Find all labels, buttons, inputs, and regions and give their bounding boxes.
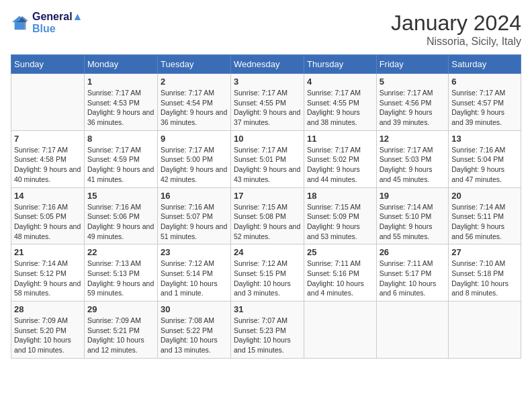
day-info: Sunrise: 7:11 AMSunset: 5:17 PMDaylight:… — [380, 259, 446, 298]
calendar-cell: 27Sunrise: 7:10 AMSunset: 5:18 PMDayligh… — [449, 244, 521, 302]
day-number: 7 — [14, 134, 81, 144]
calendar-cell: 11Sunrise: 7:17 AMSunset: 5:02 PMDayligh… — [304, 130, 377, 187]
day-info: Sunrise: 7:17 AMSunset: 5:01 PMDaylight:… — [234, 145, 301, 185]
day-number: 30 — [161, 304, 228, 314]
day-info: Sunrise: 7:15 AMSunset: 5:09 PMDaylight:… — [307, 202, 373, 242]
calendar-cell: 3Sunrise: 7:17 AMSunset: 4:55 PMDaylight… — [231, 74, 304, 131]
day-info: Sunrise: 7:16 AMSunset: 5:05 PMDaylight:… — [14, 202, 81, 242]
day-info: Sunrise: 7:17 AMSunset: 4:54 PMDaylight:… — [161, 88, 228, 128]
day-info: Sunrise: 7:14 AMSunset: 5:12 PMDaylight:… — [14, 259, 81, 298]
calendar-cell: 23Sunrise: 7:12 AMSunset: 5:14 PMDayligh… — [158, 244, 231, 302]
calendar-week-row: 21Sunrise: 7:14 AMSunset: 5:12 PMDayligh… — [11, 244, 521, 302]
calendar-cell: 25Sunrise: 7:11 AMSunset: 5:16 PMDayligh… — [304, 244, 377, 302]
calendar-cell: 24Sunrise: 7:12 AMSunset: 5:15 PMDayligh… — [231, 244, 304, 302]
day-number: 15 — [87, 191, 154, 201]
day-info: Sunrise: 7:08 AMSunset: 5:22 PMDaylight:… — [161, 316, 228, 355]
location-title: Nissoria, Sicily, Italy — [391, 36, 521, 48]
day-info: Sunrise: 7:17 AMSunset: 4:55 PMDaylight:… — [234, 88, 301, 128]
day-info: Sunrise: 7:16 AMSunset: 5:04 PMDaylight:… — [451, 145, 518, 185]
calendar-week-row: 14Sunrise: 7:16 AMSunset: 5:05 PMDayligh… — [11, 187, 521, 244]
day-info: Sunrise: 7:15 AMSunset: 5:08 PMDaylight:… — [234, 202, 301, 242]
day-number: 18 — [307, 191, 373, 201]
day-number: 25 — [307, 247, 373, 257]
calendar-cell: 20Sunrise: 7:14 AMSunset: 5:11 PMDayligh… — [449, 187, 521, 244]
day-info: Sunrise: 7:17 AMSunset: 5:02 PMDaylight:… — [307, 145, 373, 185]
day-number: 24 — [234, 247, 301, 257]
day-number: 21 — [14, 247, 81, 257]
weekday-header-tuesday: Tuesday — [158, 55, 231, 74]
calendar-cell — [449, 302, 521, 359]
day-number: 23 — [161, 247, 228, 257]
day-info: Sunrise: 7:13 AMSunset: 5:13 PMDaylight:… — [87, 259, 154, 298]
calendar-cell: 12Sunrise: 7:17 AMSunset: 5:03 PMDayligh… — [376, 130, 449, 187]
day-info: Sunrise: 7:16 AMSunset: 5:07 PMDaylight:… — [161, 202, 228, 242]
calendar-cell: 13Sunrise: 7:16 AMSunset: 5:04 PMDayligh… — [449, 130, 521, 187]
day-info: Sunrise: 7:17 AMSunset: 4:59 PMDaylight:… — [87, 145, 154, 185]
day-number: 9 — [161, 134, 228, 144]
day-info: Sunrise: 7:09 AMSunset: 5:20 PMDaylight:… — [14, 316, 81, 355]
calendar-week-row: 1Sunrise: 7:17 AMSunset: 4:53 PMDaylight… — [11, 74, 521, 131]
day-number: 28 — [14, 304, 81, 314]
calendar-cell: 2Sunrise: 7:17 AMSunset: 4:54 PMDaylight… — [158, 74, 231, 131]
calendar-cell: 17Sunrise: 7:15 AMSunset: 5:08 PMDayligh… — [231, 187, 304, 244]
day-number: 13 — [451, 134, 518, 144]
calendar-cell: 9Sunrise: 7:17 AMSunset: 5:00 PMDaylight… — [158, 130, 231, 187]
day-number: 19 — [380, 191, 446, 201]
day-info: Sunrise: 7:17 AMSunset: 4:53 PMDaylight:… — [87, 88, 154, 128]
day-number: 17 — [234, 191, 301, 201]
day-info: Sunrise: 7:16 AMSunset: 5:06 PMDaylight:… — [87, 202, 154, 242]
logo: General▲ Blue — [11, 11, 83, 35]
day-number: 31 — [234, 304, 301, 314]
weekday-header-sunday: Sunday — [11, 55, 85, 74]
day-number: 16 — [161, 191, 228, 201]
calendar-cell: 4Sunrise: 7:17 AMSunset: 4:55 PMDaylight… — [304, 74, 377, 131]
day-number: 10 — [234, 134, 301, 144]
day-number: 2 — [161, 77, 228, 87]
calendar-week-row: 28Sunrise: 7:09 AMSunset: 5:20 PMDayligh… — [11, 302, 521, 359]
day-number: 5 — [380, 77, 446, 87]
day-number: 20 — [451, 191, 518, 201]
calendar-cell — [376, 302, 449, 359]
day-info: Sunrise: 7:17 AMSunset: 4:56 PMDaylight:… — [380, 88, 446, 128]
calendar-cell: 30Sunrise: 7:08 AMSunset: 5:22 PMDayligh… — [158, 302, 231, 359]
calendar-cell — [11, 74, 85, 131]
day-info: Sunrise: 7:09 AMSunset: 5:21 PMDaylight:… — [87, 316, 154, 355]
calendar-cell: 28Sunrise: 7:09 AMSunset: 5:20 PMDayligh… — [11, 302, 85, 359]
weekday-header-row: SundayMondayTuesdayWednesdayThursdayFrid… — [11, 55, 521, 74]
day-info: Sunrise: 7:17 AMSunset: 4:55 PMDaylight:… — [307, 88, 373, 128]
calendar-cell: 31Sunrise: 7:07 AMSunset: 5:23 PMDayligh… — [231, 302, 304, 359]
calendar-cell: 10Sunrise: 7:17 AMSunset: 5:01 PMDayligh… — [231, 130, 304, 187]
calendar-cell: 8Sunrise: 7:17 AMSunset: 4:59 PMDaylight… — [85, 130, 158, 187]
calendar-cell: 26Sunrise: 7:11 AMSunset: 5:17 PMDayligh… — [376, 244, 449, 302]
day-number: 6 — [451, 77, 518, 87]
month-title: January 2024 — [391, 11, 521, 36]
calendar-cell: 5Sunrise: 7:17 AMSunset: 4:56 PMDaylight… — [376, 74, 449, 131]
day-number: 29 — [87, 304, 154, 314]
day-info: Sunrise: 7:07 AMSunset: 5:23 PMDaylight:… — [234, 316, 301, 355]
calendar-cell — [304, 302, 377, 359]
weekday-header-monday: Monday — [85, 55, 158, 74]
calendar-cell: 19Sunrise: 7:14 AMSunset: 5:10 PMDayligh… — [376, 187, 449, 244]
calendar-table: SundayMondayTuesdayWednesdayThursdayFrid… — [11, 54, 521, 359]
calendar-cell: 21Sunrise: 7:14 AMSunset: 5:12 PMDayligh… — [11, 244, 85, 302]
logo-icon — [11, 13, 30, 32]
calendar-cell: 22Sunrise: 7:13 AMSunset: 5:13 PMDayligh… — [85, 244, 158, 302]
day-number: 3 — [234, 77, 301, 87]
calendar-cell: 14Sunrise: 7:16 AMSunset: 5:05 PMDayligh… — [11, 187, 85, 244]
calendar-cell: 6Sunrise: 7:17 AMSunset: 4:57 PMDaylight… — [449, 74, 521, 131]
day-info: Sunrise: 7:14 AMSunset: 5:10 PMDaylight:… — [380, 202, 446, 242]
day-info: Sunrise: 7:17 AMSunset: 4:57 PMDaylight:… — [451, 88, 518, 128]
day-info: Sunrise: 7:12 AMSunset: 5:14 PMDaylight:… — [161, 259, 228, 298]
day-info: Sunrise: 7:12 AMSunset: 5:15 PMDaylight:… — [234, 259, 301, 298]
page-header: General▲ Blue January 2024 Nissoria, Sic… — [11, 11, 521, 48]
calendar-week-row: 7Sunrise: 7:17 AMSunset: 4:58 PMDaylight… — [11, 130, 521, 187]
day-info: Sunrise: 7:17 AMSunset: 5:03 PMDaylight:… — [380, 145, 446, 185]
day-number: 26 — [380, 247, 446, 257]
title-block: January 2024 Nissoria, Sicily, Italy — [391, 11, 521, 48]
day-info: Sunrise: 7:17 AMSunset: 4:58 PMDaylight:… — [14, 145, 81, 185]
day-info: Sunrise: 7:14 AMSunset: 5:11 PMDaylight:… — [451, 202, 518, 242]
day-number: 12 — [380, 134, 446, 144]
day-info: Sunrise: 7:11 AMSunset: 5:16 PMDaylight:… — [307, 259, 373, 298]
day-number: 8 — [87, 134, 154, 144]
day-number: 1 — [87, 77, 154, 87]
